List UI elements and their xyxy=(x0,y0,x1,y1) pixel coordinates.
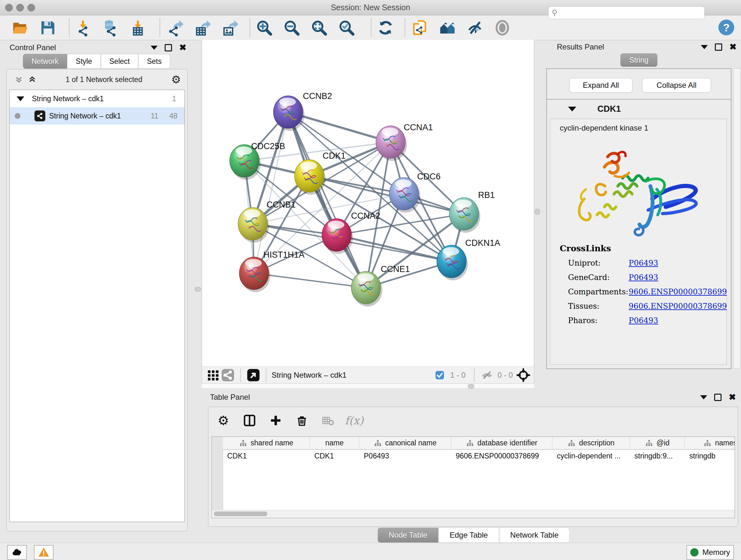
panel-menu-icon[interactable] xyxy=(700,395,707,399)
panel-close-icon[interactable]: ✖ xyxy=(729,394,736,400)
table-gear-icon[interactable]: ⚙ xyxy=(216,413,231,428)
crosslink-link[interactable]: 9606.ENSP00000378699 xyxy=(629,302,727,311)
warning-button[interactable] xyxy=(34,545,54,560)
tab-string[interactable]: String xyxy=(620,53,657,67)
import-table-icon[interactable] xyxy=(129,19,147,37)
add-column-icon[interactable] xyxy=(268,413,283,428)
column-header-namespac[interactable]: namespac xyxy=(685,437,735,449)
table-hscrollbar-thumb[interactable] xyxy=(214,511,267,516)
vertical-splitter-grip[interactable] xyxy=(195,287,201,292)
node-table[interactable]: shared nameCDK1nameCDK1canonical nameP06… xyxy=(212,436,735,518)
results-scrollbar[interactable] xyxy=(733,68,740,368)
table-cell[interactable]: stringdb:9... xyxy=(630,449,685,462)
save-session-icon[interactable] xyxy=(39,19,57,37)
expand-all-button[interactable]: Expand All xyxy=(569,78,632,92)
selected-checkbox-icon[interactable] xyxy=(432,368,447,382)
column-header--id[interactable]: @id xyxy=(630,437,685,449)
tab-node-table[interactable]: Node Table xyxy=(378,527,439,543)
tab-network[interactable]: Network xyxy=(23,54,67,69)
tab-network-table[interactable]: Network Table xyxy=(499,527,570,543)
column-header-shared-name[interactable]: shared name xyxy=(223,437,310,449)
zoom-fit-icon[interactable] xyxy=(310,19,328,37)
memory-button[interactable]: Memory xyxy=(686,545,734,560)
network-row[interactable]: String Network – cdk1 11 48 xyxy=(10,107,185,125)
zoom-in-icon[interactable] xyxy=(255,19,273,37)
column-header-description[interactable]: description xyxy=(552,437,630,449)
expand-all-icon[interactable] xyxy=(28,75,37,84)
birds-eye-icon[interactable] xyxy=(516,368,531,382)
delete-column-icon[interactable] xyxy=(294,413,309,428)
table-cell[interactable]: CDK1 xyxy=(310,449,359,462)
show-panels-icon[interactable] xyxy=(439,19,456,37)
open-in-window-icon[interactable] xyxy=(246,368,261,382)
network-graph[interactable]: CCNB2CCNA1CDC25BCDK1CDC6RB1CCNB1CCNA2CDK… xyxy=(202,40,534,366)
render-detail-icon[interactable] xyxy=(493,19,511,37)
node-RB1[interactable]: RB1 xyxy=(449,190,495,233)
tab-style[interactable]: Style xyxy=(67,54,100,69)
table-cell[interactable]: 9606.ENSP00000378699 xyxy=(451,449,552,462)
delete-table-icon[interactable] xyxy=(321,413,335,428)
hide-unhide-icon[interactable] xyxy=(466,19,484,37)
column-header-name[interactable]: name xyxy=(310,437,359,449)
zoom-selected-icon[interactable] xyxy=(338,19,355,37)
crosslink-link[interactable]: P06493 xyxy=(629,273,658,282)
open-session-icon[interactable] xyxy=(11,19,29,37)
tab-edge-table[interactable]: Edge Table xyxy=(439,527,499,543)
crosslink-link[interactable]: 9606.ENSP00000378699 xyxy=(629,287,727,296)
help-icon[interactable]: ? xyxy=(718,18,735,37)
collapse-all-button[interactable]: Collapse All xyxy=(642,78,711,92)
table-cell[interactable]: CDK1 xyxy=(223,449,310,462)
export-network-icon[interactable] xyxy=(166,19,184,37)
node-CCNE1[interactable]: CCNE1 xyxy=(351,264,410,307)
network-collection-row[interactable]: String Network – cdk1 1 xyxy=(10,90,185,107)
crosslink-link[interactable]: P06493 xyxy=(629,316,658,325)
function-builder-icon[interactable]: f(x) xyxy=(347,413,361,428)
panel-float-icon[interactable] xyxy=(715,44,722,51)
zoom-out-icon[interactable] xyxy=(283,19,300,37)
node-HIST1H1A[interactable]: HIST1H1A xyxy=(239,250,305,292)
show-columns-icon[interactable] xyxy=(242,413,257,428)
table-cell[interactable]: P06493 xyxy=(359,449,451,462)
gear-icon[interactable]: ⚙ xyxy=(172,75,181,84)
crosslink-link[interactable]: P06493 xyxy=(629,259,658,267)
grid-view-icon[interactable] xyxy=(206,368,220,382)
tab-select[interactable]: Select xyxy=(101,54,138,69)
export-image-icon[interactable] xyxy=(221,19,239,37)
horizontal-splitter-grip[interactable] xyxy=(468,384,474,388)
table-cell[interactable]: cyclin-dependent ... xyxy=(552,449,630,462)
tab-sets[interactable]: Sets xyxy=(138,54,170,69)
node-CDKN1A[interactable]: CDKN1A xyxy=(437,238,500,280)
section-collapse-icon[interactable] xyxy=(568,107,576,111)
column-header-database-identifier[interactable]: database identifier xyxy=(451,437,552,449)
network-canvas[interactable]: CCNB2CCNA1CDC25BCDK1CDC6RB1CCNB1CCNA2CDK… xyxy=(202,40,534,367)
table-hscrollbar[interactable] xyxy=(212,510,735,518)
node-CCNB1[interactable]: CCNB1 xyxy=(238,200,296,243)
table-cell[interactable]: stringdb xyxy=(685,449,735,462)
panel-close-icon[interactable]: ✖ xyxy=(729,44,737,50)
refresh-layout-icon[interactable] xyxy=(377,19,394,37)
column-header-canonical-name[interactable]: canonical name xyxy=(359,437,451,449)
export-table-icon[interactable] xyxy=(193,19,211,37)
section-header[interactable]: CDK1 xyxy=(547,100,731,118)
search-input[interactable] xyxy=(557,7,704,18)
panel-float-icon[interactable] xyxy=(714,394,722,401)
panel-float-icon[interactable] xyxy=(165,44,172,51)
results-splitter-grip[interactable] xyxy=(535,209,540,214)
tree-expander-icon[interactable] xyxy=(17,97,24,101)
hidden-eye-icon[interactable] xyxy=(480,368,494,382)
import-network-from-database-icon[interactable] xyxy=(102,19,119,37)
panel-menu-icon[interactable] xyxy=(701,45,708,49)
clone-network-icon[interactable] xyxy=(411,19,429,37)
collapse-all-icon[interactable] xyxy=(14,75,23,84)
edge-HIST1H1A-CCNE1[interactable] xyxy=(254,273,366,288)
cloud-button[interactable] xyxy=(7,545,27,560)
edge-CCNB2-CCNE1[interactable] xyxy=(288,112,366,288)
string-tab-icon[interactable] xyxy=(220,368,235,382)
horizontal-splitter[interactable] xyxy=(202,384,534,388)
panel-close-icon[interactable]: ✖ xyxy=(179,44,186,51)
search-box[interactable]: ⚲ xyxy=(548,6,704,19)
panel-menu-icon[interactable] xyxy=(151,46,158,50)
import-network-icon[interactable] xyxy=(74,19,92,37)
edge-CCNA2-CDKN1A[interactable] xyxy=(337,235,452,261)
node-label-CCNE1: CCNE1 xyxy=(381,264,410,274)
